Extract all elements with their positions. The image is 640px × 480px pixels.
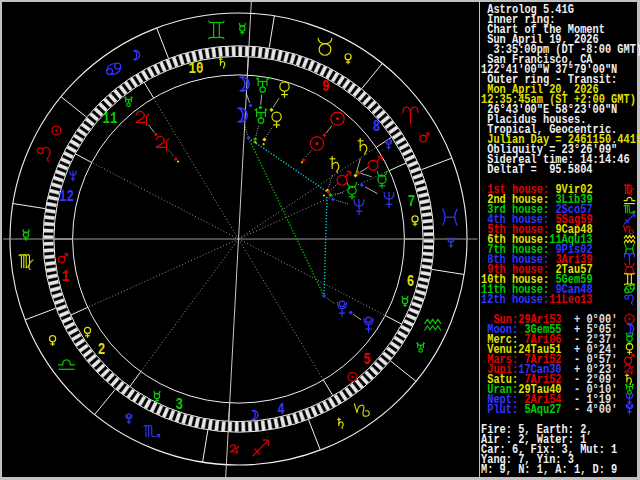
svg-text:9: 9 xyxy=(322,77,329,95)
svg-text:11: 11 xyxy=(103,109,118,127)
svg-text:Plut:5Aqu27- 4°00': Plut:5Aqu27- 4°00' xyxy=(487,401,617,417)
svg-text:12: 12 xyxy=(59,188,74,206)
svg-text:12th house:11Leo13: 12th house:11Leo13 xyxy=(481,291,593,307)
svg-text:5: 5 xyxy=(363,351,371,369)
svg-text:2: 2 xyxy=(98,341,106,359)
svg-text:8: 8 xyxy=(373,117,381,135)
svg-text:DeltaT = 95.5804: DeltaT = 95.5804 xyxy=(487,161,592,177)
svg-text:1: 1 xyxy=(62,267,70,285)
svg-text:M: 9, N: 1, A: 1, D: 9: M: 9, N: 1, A: 1, D: 9 xyxy=(481,461,617,477)
svg-text:10: 10 xyxy=(189,60,204,78)
svg-text:4: 4 xyxy=(277,400,285,418)
svg-text:3: 3 xyxy=(176,395,184,413)
svg-text:7: 7 xyxy=(408,193,415,211)
svg-text:6: 6 xyxy=(407,272,415,290)
